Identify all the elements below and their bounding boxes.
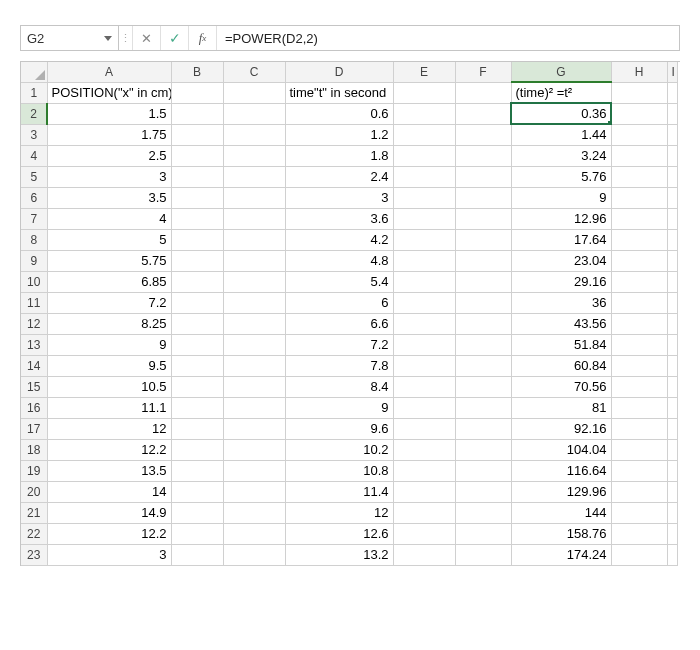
cell-A2[interactable]: 1.5 (47, 103, 171, 124)
cell-G22[interactable]: 158.76 (511, 523, 611, 544)
cell-G14[interactable]: 60.84 (511, 355, 611, 376)
col-header-F[interactable]: F (455, 62, 511, 82)
cell-H18[interactable] (611, 439, 667, 460)
cell-E18[interactable] (393, 439, 455, 460)
cell-C22[interactable] (223, 523, 285, 544)
cell-B13[interactable] (171, 334, 223, 355)
cell-E15[interactable] (393, 376, 455, 397)
cell-F6[interactable] (455, 187, 511, 208)
cell-B15[interactable] (171, 376, 223, 397)
cell-A22[interactable]: 12.2 (47, 523, 171, 544)
cell-D11[interactable]: 6 (285, 292, 393, 313)
row-header[interactable]: 3 (21, 124, 47, 145)
cell-I8[interactable] (667, 229, 677, 250)
cell-E5[interactable] (393, 166, 455, 187)
row-header[interactable]: 1 (21, 82, 47, 103)
cell-D15[interactable]: 8.4 (285, 376, 393, 397)
cell-H14[interactable] (611, 355, 667, 376)
row-header[interactable]: 20 (21, 481, 47, 502)
cell-D18[interactable]: 10.2 (285, 439, 393, 460)
cell-C7[interactable] (223, 208, 285, 229)
col-header-A[interactable]: A (47, 62, 171, 82)
cell-F10[interactable] (455, 271, 511, 292)
cell-F19[interactable] (455, 460, 511, 481)
cell-A16[interactable]: 11.1 (47, 397, 171, 418)
cell-B1[interactable] (171, 82, 223, 103)
cell-F21[interactable] (455, 502, 511, 523)
cell-E12[interactable] (393, 313, 455, 334)
cell-I22[interactable] (667, 523, 677, 544)
cell-D2[interactable]: 0.6 (285, 103, 393, 124)
row-header[interactable]: 8 (21, 229, 47, 250)
cell-A17[interactable]: 12 (47, 418, 171, 439)
cell-B17[interactable] (171, 418, 223, 439)
select-all-corner[interactable] (21, 62, 47, 82)
cell-B6[interactable] (171, 187, 223, 208)
cell-G20[interactable]: 129.96 (511, 481, 611, 502)
cell-B4[interactable] (171, 145, 223, 166)
chevron-down-icon[interactable] (104, 36, 112, 41)
row-header[interactable]: 16 (21, 397, 47, 418)
row-header[interactable]: 6 (21, 187, 47, 208)
cell-B7[interactable] (171, 208, 223, 229)
cell-C9[interactable] (223, 250, 285, 271)
cell-E13[interactable] (393, 334, 455, 355)
cell-C4[interactable] (223, 145, 285, 166)
cell-F3[interactable] (455, 124, 511, 145)
cell-I14[interactable] (667, 355, 677, 376)
cell-C5[interactable] (223, 166, 285, 187)
row-header[interactable]: 22 (21, 523, 47, 544)
cell-B22[interactable] (171, 523, 223, 544)
cell-C12[interactable] (223, 313, 285, 334)
cell-C20[interactable] (223, 481, 285, 502)
cell-D8[interactable]: 4.2 (285, 229, 393, 250)
cell-E11[interactable] (393, 292, 455, 313)
cell-H23[interactable] (611, 544, 667, 565)
cell-A4[interactable]: 2.5 (47, 145, 171, 166)
cell-H1[interactable] (611, 82, 667, 103)
cell-B14[interactable] (171, 355, 223, 376)
cell-H6[interactable] (611, 187, 667, 208)
row-header[interactable]: 7 (21, 208, 47, 229)
cell-F20[interactable] (455, 481, 511, 502)
cell-D1[interactable]: time"t" in second (285, 82, 393, 103)
cell-B16[interactable] (171, 397, 223, 418)
cell-I23[interactable] (667, 544, 677, 565)
cell-G1[interactable]: (time)² =t² (511, 82, 611, 103)
cell-F15[interactable] (455, 376, 511, 397)
cell-I17[interactable] (667, 418, 677, 439)
row-header[interactable]: 2 (21, 103, 47, 124)
cell-A20[interactable]: 14 (47, 481, 171, 502)
cell-H15[interactable] (611, 376, 667, 397)
cell-D5[interactable]: 2.4 (285, 166, 393, 187)
cell-I18[interactable] (667, 439, 677, 460)
cell-A8[interactable]: 5 (47, 229, 171, 250)
cell-F14[interactable] (455, 355, 511, 376)
cell-E2[interactable] (393, 103, 455, 124)
cell-F11[interactable] (455, 292, 511, 313)
cell-D7[interactable]: 3.6 (285, 208, 393, 229)
cell-E21[interactable] (393, 502, 455, 523)
cell-B21[interactable] (171, 502, 223, 523)
cell-F12[interactable] (455, 313, 511, 334)
cell-G15[interactable]: 70.56 (511, 376, 611, 397)
cell-I15[interactable] (667, 376, 677, 397)
cell-A19[interactable]: 13.5 (47, 460, 171, 481)
row-header[interactable]: 9 (21, 250, 47, 271)
cell-H21[interactable] (611, 502, 667, 523)
cell-I4[interactable] (667, 145, 677, 166)
cell-D13[interactable]: 7.2 (285, 334, 393, 355)
cell-G6[interactable]: 9 (511, 187, 611, 208)
cell-E17[interactable] (393, 418, 455, 439)
cell-A5[interactable]: 3 (47, 166, 171, 187)
row-header[interactable]: 19 (21, 460, 47, 481)
cell-G10[interactable]: 29.16 (511, 271, 611, 292)
cell-E6[interactable] (393, 187, 455, 208)
cell-H20[interactable] (611, 481, 667, 502)
cell-H3[interactable] (611, 124, 667, 145)
cell-C6[interactable] (223, 187, 285, 208)
cell-A23[interactable]: 3 (47, 544, 171, 565)
cell-A13[interactable]: 9 (47, 334, 171, 355)
cell-G12[interactable]: 43.56 (511, 313, 611, 334)
cell-G3[interactable]: 1.44 (511, 124, 611, 145)
